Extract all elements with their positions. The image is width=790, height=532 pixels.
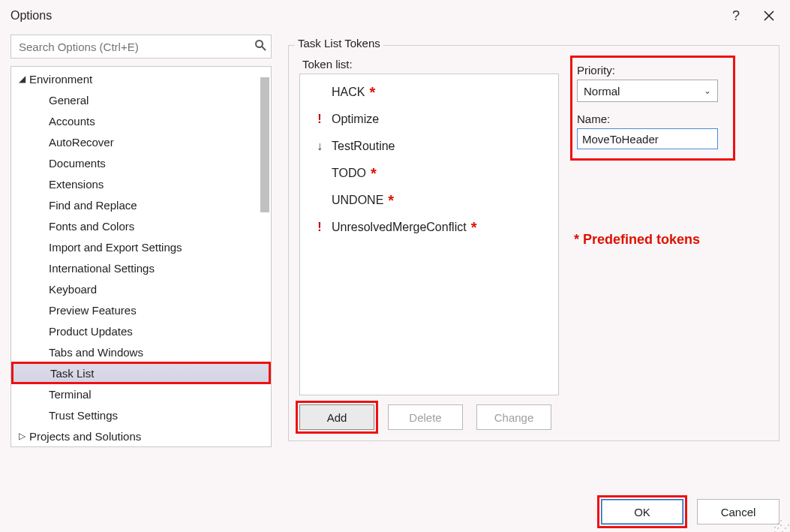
tree-node-label: Extensions [49,178,104,191]
chevron-down-icon: ⌄ [704,86,711,96]
tree-node-label: Trust Settings [49,409,118,422]
tree-node-trust-settings[interactable]: Trust Settings [11,404,271,425]
priority-select[interactable]: Normal ⌄ [577,80,718,102]
tree-node-label: Product Updates [49,325,133,338]
predefined-star-icon: * [369,84,375,101]
svg-line-1 [262,47,266,50]
token-name: Optimize [332,113,379,126]
tree-node-label: International Settings [49,262,155,275]
add-button[interactable]: Add [299,404,374,430]
tree-node-environment[interactable]: ◢ Environment [11,68,271,89]
tree-node-task-list[interactable]: Task List [12,362,270,383]
tree-node-find-and-replace[interactable]: Find and Replace [11,194,271,215]
predefined-star-icon: * [388,192,394,209]
name-input[interactable]: MoveToHeader [577,128,718,149]
tree-node-preview-features[interactable]: Preview Features [11,299,271,320]
search-icon [254,39,266,55]
title-bar: Options ? [0,0,790,32]
resize-grip-icon[interactable]: ⋰⋰⋰ [773,521,788,530]
token-name: TestRoutine [332,140,395,153]
token-item-optimize[interactable]: ! Optimize [302,106,557,133]
search-input[interactable] [17,40,254,54]
window-title: Options [11,9,719,23]
tree-node-keyboard[interactable]: Keyboard [11,278,271,299]
predefined-tokens-annotation: * Predefined tokens [574,232,768,248]
tree-node-extensions[interactable]: Extensions [11,173,271,194]
priority-low-icon: ↓ [312,140,327,153]
expand-arrow-icon: ◢ [14,74,29,84]
tree-node-international[interactable]: International Settings [11,257,271,278]
tree-node-label: Keyboard [49,283,97,296]
cancel-button[interactable]: Cancel [697,499,779,524]
tree-node-label: Accounts [49,115,95,128]
token-name: TODO [332,167,366,180]
tree-node-documents[interactable]: Documents [11,152,271,173]
token-list[interactable]: HACK * ! Optimize ↓ TestRoutine [299,74,559,395]
close-button[interactable] [752,1,785,31]
svg-point-0 [256,41,263,47]
token-item-unresolvedmergeconflict[interactable]: ! UnresolvedMergeConflict * [302,214,557,241]
name-label: Name: [577,113,728,125]
tree-node-label: Documents [49,157,106,170]
search-options-field[interactable] [11,35,272,59]
token-name: UnresolvedMergeConflict [332,221,467,234]
tree-node-general[interactable]: General [11,89,271,110]
name-value: MoveToHeader [582,133,659,146]
tree-node-product-updates[interactable]: Product Updates [11,320,271,341]
tree-node-autorecover[interactable]: AutoRecover [11,131,271,152]
predefined-star-icon: * [371,165,377,182]
tree-node-tabs-and-windows[interactable]: Tabs and Windows [11,341,271,362]
tree-node-import-export[interactable]: Import and Export Settings [11,236,271,257]
tree-node-terminal[interactable]: Terminal [11,383,271,404]
token-item-undone[interactable]: UNDONE * [302,187,557,214]
help-button[interactable]: ? [719,1,752,31]
priority-label: Priority: [577,64,728,77]
tree-node-label: Find and Replace [49,199,137,212]
token-name: UNDONE [332,194,383,207]
predefined-star-icon: * [471,219,477,236]
tree-node-label: Projects and Solutions [29,430,141,443]
tree-node-fonts-and-colors[interactable]: Fonts and Colors [11,215,271,236]
collapse-arrow-icon: ▷ [14,431,29,441]
tree-node-label: AutoRecover [49,136,114,149]
tree-node-label: Environment [29,73,92,86]
priority-high-icon: ! [312,221,327,234]
task-list-tokens-group: Task List Tokens Token list: HACK * ! Op… [288,45,779,441]
priority-value: Normal [584,85,620,98]
token-name: HACK [332,86,365,99]
tree-node-label: Terminal [49,388,92,401]
tree-node-label: Import and Export Settings [49,241,182,254]
group-label: Task List Tokens [295,37,383,50]
tree-node-projects-solutions[interactable]: ▷ Projects and Solutions [11,425,271,446]
token-list-label: Token list: [302,58,559,71]
tree-node-label: General [49,94,89,107]
ok-button[interactable]: OK [601,499,683,524]
tree-node-accounts[interactable]: Accounts [11,110,271,131]
tree-node-label: Fonts and Colors [49,220,134,233]
change-button[interactable]: Change [476,404,551,430]
token-item-testroutine[interactable]: ↓ TestRoutine [302,133,557,160]
priority-high-icon: ! [312,113,327,126]
tree-node-label: Preview Features [49,304,137,317]
tree-scrollbar-thumb[interactable] [260,77,269,212]
options-tree[interactable]: ◢ Environment General Accounts AutoRecov… [11,66,272,447]
tree-node-label: Tabs and Windows [49,346,143,359]
token-item-hack[interactable]: HACK * [302,79,557,106]
tree-node-label: Task List [50,367,94,380]
delete-button[interactable]: Delete [388,404,463,430]
token-item-todo[interactable]: TODO * [302,160,557,187]
